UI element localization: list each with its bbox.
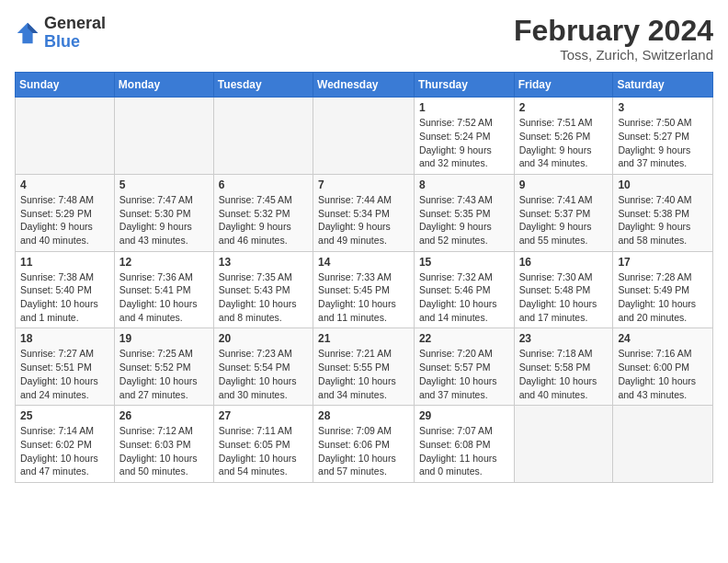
logo-text: General Blue [44,15,106,52]
calendar-cell: 28Sunrise: 7:09 AM Sunset: 6:06 PM Dayli… [313,406,415,483]
day-number: 20 [219,332,308,345]
day-info: Sunrise: 7:16 AM Sunset: 6:00 PM Dayligh… [618,347,708,401]
day-number: 11 [20,256,109,269]
calendar-cell [514,406,613,483]
title-area: February 2024 Toss, Zurich, Switzerland [514,15,713,63]
day-number: 18 [20,332,109,345]
logo-general: General [44,14,106,32]
day-info: Sunrise: 7:14 AM Sunset: 6:02 PM Dayligh… [20,424,109,478]
day-info: Sunrise: 7:47 AM Sunset: 5:30 PM Dayligh… [119,193,209,247]
calendar-cell: 26Sunrise: 7:12 AM Sunset: 6:03 PM Dayli… [114,406,213,483]
day-info: Sunrise: 7:21 AM Sunset: 5:55 PM Dayligh… [318,347,409,401]
calendar-cell [16,98,115,175]
day-info: Sunrise: 7:38 AM Sunset: 5:40 PM Dayligh… [20,270,109,325]
month-year: February 2024 [514,15,713,47]
calendar-cell [313,98,415,175]
day-number: 16 [519,256,609,269]
day-info: Sunrise: 7:50 AM Sunset: 5:27 PM Dayligh… [618,116,708,170]
calendar-cell: 14Sunrise: 7:33 AM Sunset: 5:45 PM Dayli… [313,251,415,328]
calendar-cell: 25Sunrise: 7:14 AM Sunset: 6:02 PM Dayli… [16,406,115,483]
day-number: 26 [119,409,209,422]
day-info: Sunrise: 7:36 AM Sunset: 5:41 PM Dayligh… [119,270,209,325]
day-info: Sunrise: 7:28 AM Sunset: 5:49 PM Dayligh… [618,270,708,325]
day-info: Sunrise: 7:23 AM Sunset: 5:54 PM Dayligh… [219,347,308,401]
calendar-cell: 22Sunrise: 7:20 AM Sunset: 5:57 PM Dayli… [414,328,514,406]
day-info: Sunrise: 7:27 AM Sunset: 5:51 PM Dayligh… [20,347,109,401]
day-info: Sunrise: 7:25 AM Sunset: 5:52 PM Dayligh… [119,347,209,401]
calendar-cell: 8Sunrise: 7:43 AM Sunset: 5:35 PM Daylig… [414,174,514,251]
calendar-cell: 16Sunrise: 7:30 AM Sunset: 5:48 PM Dayli… [514,251,613,328]
day-info: Sunrise: 7:40 AM Sunset: 5:38 PM Dayligh… [618,193,708,247]
day-info: Sunrise: 7:09 AM Sunset: 6:06 PM Dayligh… [318,424,409,478]
weekday-header-sunday: Sunday [16,73,115,98]
day-number: 29 [419,409,509,422]
calendar-week-3: 11Sunrise: 7:38 AM Sunset: 5:40 PM Dayli… [16,251,713,328]
day-number: 9 [519,178,609,191]
weekday-header-wednesday: Wednesday [313,73,415,98]
day-info: Sunrise: 7:44 AM Sunset: 5:34 PM Dayligh… [318,193,409,247]
day-number: 1 [419,101,509,114]
day-number: 10 [618,178,708,191]
day-info: Sunrise: 7:32 AM Sunset: 5:46 PM Dayligh… [419,270,509,325]
day-number: 8 [419,178,509,191]
day-info: Sunrise: 7:11 AM Sunset: 6:05 PM Dayligh… [219,424,308,478]
calendar-cell: 13Sunrise: 7:35 AM Sunset: 5:43 PM Dayli… [213,251,313,328]
day-number: 7 [318,178,409,191]
weekday-header-row: SundayMondayTuesdayWednesdayThursdayFrid… [16,73,713,98]
day-number: 3 [618,101,708,114]
day-info: Sunrise: 7:51 AM Sunset: 5:26 PM Dayligh… [519,116,609,170]
day-number: 21 [318,332,409,345]
calendar-week-1: 1Sunrise: 7:52 AM Sunset: 5:24 PM Daylig… [16,98,713,175]
calendar-cell: 29Sunrise: 7:07 AM Sunset: 6:08 PM Dayli… [414,406,514,483]
day-info: Sunrise: 7:12 AM Sunset: 6:03 PM Dayligh… [119,424,209,478]
day-info: Sunrise: 7:18 AM Sunset: 5:58 PM Dayligh… [519,347,609,401]
weekday-header-tuesday: Tuesday [213,73,313,98]
day-info: Sunrise: 7:41 AM Sunset: 5:37 PM Dayligh… [519,193,609,247]
day-number: 28 [318,409,409,422]
day-number: 23 [519,332,609,345]
day-number: 5 [119,178,209,191]
calendar-cell: 10Sunrise: 7:40 AM Sunset: 5:38 PM Dayli… [613,174,713,251]
calendar-cell: 2Sunrise: 7:51 AM Sunset: 5:26 PM Daylig… [514,98,613,175]
calendar-cell [613,406,713,483]
day-info: Sunrise: 7:43 AM Sunset: 5:35 PM Dayligh… [419,193,509,247]
day-number: 12 [119,256,209,269]
day-info: Sunrise: 7:07 AM Sunset: 6:08 PM Dayligh… [419,424,509,478]
day-number: 22 [419,332,509,345]
calendar-cell: 7Sunrise: 7:44 AM Sunset: 5:34 PM Daylig… [313,174,415,251]
weekday-header-monday: Monday [114,73,213,98]
page-header: General Blue February 2024 Toss, Zurich,… [15,15,713,63]
weekday-header-saturday: Saturday [613,73,713,98]
calendar-cell: 3Sunrise: 7:50 AM Sunset: 5:27 PM Daylig… [613,98,713,175]
day-info: Sunrise: 7:30 AM Sunset: 5:48 PM Dayligh… [519,270,609,325]
calendar-cell [114,98,213,175]
calendar-cell: 11Sunrise: 7:38 AM Sunset: 5:40 PM Dayli… [16,251,115,328]
calendar-cell: 1Sunrise: 7:52 AM Sunset: 5:24 PM Daylig… [414,98,514,175]
day-number: 15 [419,256,509,269]
calendar-cell: 21Sunrise: 7:21 AM Sunset: 5:55 PM Dayli… [313,328,415,406]
day-number: 14 [318,256,409,269]
day-number: 17 [618,256,708,269]
calendar-cell: 15Sunrise: 7:32 AM Sunset: 5:46 PM Dayli… [414,251,514,328]
day-number: 6 [219,178,308,191]
calendar-cell: 23Sunrise: 7:18 AM Sunset: 5:58 PM Dayli… [514,328,613,406]
day-info: Sunrise: 7:33 AM Sunset: 5:45 PM Dayligh… [318,270,409,325]
calendar-cell: 17Sunrise: 7:28 AM Sunset: 5:49 PM Dayli… [613,251,713,328]
day-number: 25 [20,409,109,422]
weekday-header-thursday: Thursday [414,73,514,98]
logo-blue: Blue [44,32,80,51]
day-info: Sunrise: 7:48 AM Sunset: 5:29 PM Dayligh… [20,193,109,247]
calendar-cell: 24Sunrise: 7:16 AM Sunset: 6:00 PM Dayli… [613,328,713,406]
calendar-cell: 27Sunrise: 7:11 AM Sunset: 6:05 PM Dayli… [213,406,313,483]
day-info: Sunrise: 7:45 AM Sunset: 5:32 PM Dayligh… [219,193,308,247]
day-number: 27 [219,409,308,422]
calendar-cell: 6Sunrise: 7:45 AM Sunset: 5:32 PM Daylig… [213,174,313,251]
calendar-cell: 9Sunrise: 7:41 AM Sunset: 5:37 PM Daylig… [514,174,613,251]
calendar-table: SundayMondayTuesdayWednesdayThursdayFrid… [15,72,713,483]
day-number: 4 [20,178,109,191]
weekday-header-friday: Friday [514,73,613,98]
calendar-cell: 5Sunrise: 7:47 AM Sunset: 5:30 PM Daylig… [114,174,213,251]
day-number: 19 [119,332,209,345]
calendar-cell: 12Sunrise: 7:36 AM Sunset: 5:41 PM Dayli… [114,251,213,328]
day-info: Sunrise: 7:20 AM Sunset: 5:57 PM Dayligh… [419,347,509,401]
